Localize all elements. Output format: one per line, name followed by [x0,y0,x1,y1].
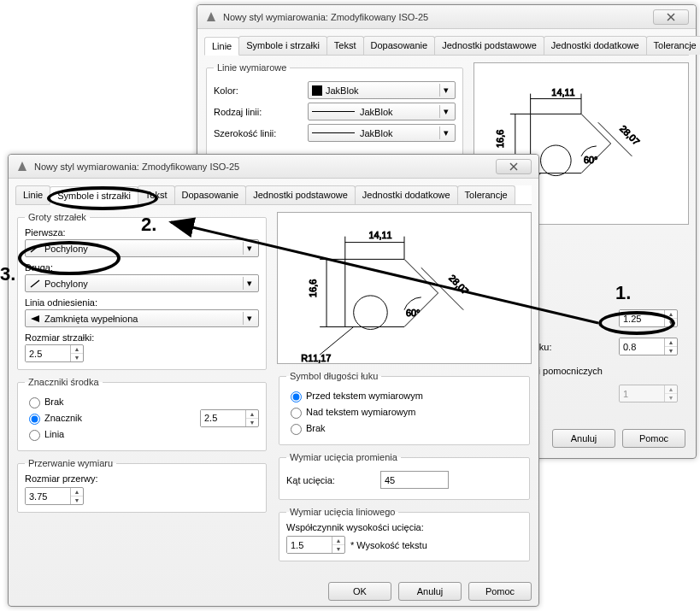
spinner-row1-input[interactable] [620,310,664,326]
up-arrow-icon: ▲ [665,385,677,394]
group-label: Groty strzałek [25,212,90,222]
ok-button[interactable]: OK [328,582,391,601]
tab-tekst[interactable]: Tekst [138,185,175,204]
przerwa-input[interactable] [26,488,70,504]
svg-line-20 [31,245,39,252]
dialog-title: Nowy styl wymiarowania: Zmodyfikowany IS… [223,12,650,22]
wys-tekstu-label: * Wysokość tekstu [350,540,427,550]
radio-nad[interactable] [291,408,302,419]
group-label: Znaczniki środka [25,377,103,387]
cancel-button[interactable]: Anuluj [398,582,462,601]
tab-jedn-dodat[interactable]: Jednostki dodatkowe [544,36,647,55]
group-groty: Groty strzałek Pierwsza: Pochylony ▾ Dru… [17,212,267,370]
svg-text:14,11: 14,11 [368,230,391,240]
tab-symbole[interactable]: Symbole i strzałki [238,36,327,55]
tab-tolerancje[interactable]: Tolerancje [457,185,515,204]
svg-text:60°: 60° [406,308,420,318]
spinner-row1[interactable]: ▲▼ [619,309,678,327]
znacznik-input[interactable] [201,410,245,426]
kat-input[interactable] [380,471,449,489]
druga-label: Druga: [25,262,259,273]
szerokosc-label: Szerokość linii: [214,128,308,138]
spinner-row2-input[interactable] [620,338,664,355]
kat-label: Kąt ucięcia: [286,475,380,485]
svg-text:R11,17: R11,17 [301,353,331,363]
svg-point-23 [354,296,388,330]
radio-przed[interactable] [291,391,302,402]
group-label: Symbol długości łuku [286,371,381,381]
rodzaj-combo[interactable]: JakBlok ▾ [308,103,456,120]
druga-combo[interactable]: Pochylony ▾ [25,274,259,292]
down-arrow-icon[interactable]: ▼ [665,347,677,355]
app-icon [204,10,218,24]
tab-tekst[interactable]: Tekst [326,36,364,55]
tab-jedn-podst[interactable]: Jednostki podstawowe [245,185,356,204]
znacznik-spinner[interactable]: ▲▼ [200,409,259,427]
down-arrow-icon[interactable]: ▼ [71,354,83,361]
color-swatch-icon [312,85,322,96]
linia-odn-combo[interactable]: Zamknięta wypełniona ▾ [25,309,259,327]
wsp-spinner[interactable]: ▲▼ [286,536,345,554]
down-arrow-icon[interactable]: ▼ [332,545,344,553]
tab-dopasowanie[interactable]: Dopasowanie [174,185,247,204]
rozmiar-spinner[interactable]: ▲▼ [25,344,84,362]
przerwa-spinner[interactable]: ▲▼ [25,487,84,505]
svg-line-21 [31,280,39,287]
tab-tolerancje[interactable]: Tolerancje [646,36,700,55]
rozmiar-label: Rozmiar strzałki: [25,332,259,343]
down-arrow-icon[interactable]: ▼ [665,319,677,326]
radio-sym-brak[interactable] [291,424,302,435]
wsp-input[interactable] [287,537,332,553]
tab-symbole[interactable]: Symbole i strzałki [50,186,138,205]
pierwsza-combo[interactable]: Pochylony ▾ [25,239,259,257]
svg-text:16,6: 16,6 [308,279,318,297]
spinner-row3[interactable]: ▲▼ [619,385,678,402]
up-arrow-icon[interactable]: ▲ [665,338,677,347]
spinner-row2[interactable]: ▲▼ [619,338,678,355]
up-arrow-icon[interactable]: ▲ [246,410,258,419]
radio-linia[interactable] [29,430,40,441]
chevron-down-icon: ▾ [439,84,452,97]
rodzaj-value: JakBlok [360,107,393,117]
group-label: Przerwanie wymiaru [25,458,116,468]
down-arrow-icon[interactable]: ▼ [246,419,258,426]
close-button[interactable] [496,159,532,174]
radio-znacznik[interactable] [29,414,40,425]
kolor-value: JakBlok [326,85,359,96]
tab-dopasowanie[interactable]: Dopasowanie [363,36,436,55]
tab-linie[interactable]: Linie [15,185,50,204]
rodzaj-label: Rodzaj linii: [214,107,308,117]
tab-jedn-podst[interactable]: Jednostki podstawowe [434,36,544,55]
tab-strip: Linie Symbole i strzałki Tekst Dopasowan… [204,36,689,56]
group-uciecie: Wymiar ucięcia promienia Kąt ucięcia: [279,452,530,500]
group-znaczniki: Znaczniki środka Brak Znacznik Linia ▲▼ [17,377,267,451]
cancel-button[interactable]: Anuluj [552,429,615,448]
tab-jedn-dodat[interactable]: Jednostki dodatkowe [355,185,458,204]
lineweight-swatch-icon [312,132,355,133]
linia-odn-label: Linia odniesienia: [25,297,259,308]
down-arrow-icon: ▼ [665,394,677,402]
kolor-combo[interactable]: JakBlok ▾ [308,81,456,99]
up-arrow-icon[interactable]: ▲ [71,488,83,496]
pierwsza-value: Pochylony [44,244,88,254]
up-arrow-icon[interactable]: ▲ [71,345,83,354]
group-przerwanie: Przerwanie wymiaru Rozmiar przerwy: ▲▼ [17,458,267,513]
chevron-down-icon: ▾ [439,105,452,118]
help-button[interactable]: Pomoc [622,429,685,448]
up-arrow-icon[interactable]: ▲ [665,310,677,319]
group-liniowe: Wymiar ucięcia liniowego Współczynnik wy… [279,507,530,561]
app-icon [15,160,29,173]
down-arrow-icon[interactable]: ▼ [71,496,83,504]
close-button[interactable] [653,9,689,25]
up-arrow-icon[interactable]: ▲ [332,537,344,545]
rozmiar-input[interactable] [26,345,70,361]
titlebar[interactable]: Nowy styl wymiarowania: Zmodyfikowany IS… [9,155,538,179]
szerokosc-value: JakBlok [360,128,393,138]
help-button[interactable]: Pomoc [468,582,532,601]
linetype-swatch-icon [312,111,355,112]
szerokosc-combo[interactable]: JakBlok ▾ [308,124,456,142]
tab-linie[interactable]: Linie [204,37,239,56]
radio-brak[interactable] [29,397,40,408]
titlebar[interactable]: Nowy styl wymiarowania: Zmodyfikowany IS… [197,5,696,29]
chevron-down-icon: ▾ [439,126,452,139]
